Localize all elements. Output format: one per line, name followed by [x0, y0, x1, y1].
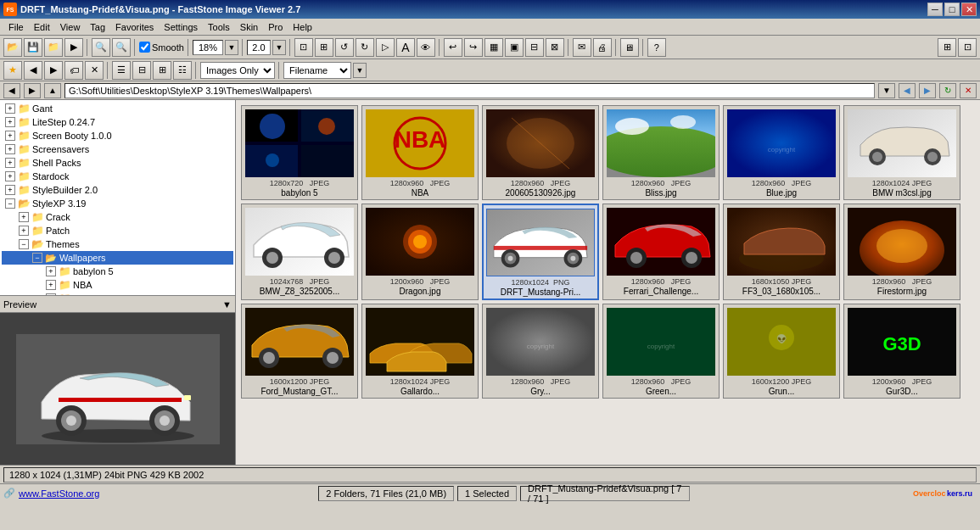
- thumb-ff3[interactable]: 1680x1050 JPEG FF3_03_1680x105...: [723, 204, 840, 300]
- menu-file[interactable]: File: [3, 20, 29, 34]
- menu-edit[interactable]: Edit: [29, 20, 55, 34]
- fullscreen-btn[interactable]: ⊡: [958, 38, 977, 57]
- thumb-small-btn[interactable]: ⊟: [132, 61, 151, 80]
- addr-delete[interactable]: ✕: [960, 83, 977, 98]
- expand-stardock[interactable]: +: [5, 171, 15, 181]
- tree-item-stylebuilder[interactable]: + 📁 StyleBuilder 2.0: [2, 183, 233, 197]
- sort-asc-btn[interactable]: ▼: [353, 63, 367, 78]
- wallpaper-btn[interactable]: 🖥: [620, 38, 639, 57]
- thumb-20060513[interactable]: 1280x960 JPEG 200605130926.jpg: [482, 105, 599, 200]
- search-button[interactable]: 🔍: [112, 38, 131, 57]
- tree-item-stardock[interactable]: + 📁 Stardock: [2, 170, 233, 183]
- del-btn[interactable]: ✕: [85, 61, 104, 80]
- compare-btn[interactable]: ⊟: [525, 38, 544, 57]
- thumb-bliss[interactable]: 1280x960 JPEG Bliss.jpg: [602, 105, 720, 200]
- menu-tools[interactable]: Tools: [203, 20, 235, 34]
- expand-stylexp[interactable]: −: [5, 198, 15, 209]
- next-star-btn[interactable]: ▶: [44, 61, 63, 80]
- tree-item-patch[interactable]: + 📁 Patch: [2, 224, 233, 237]
- thumb-bmwm3[interactable]: 1280x1024 JPEG BMW m3csl.jpg: [843, 105, 960, 200]
- address-input[interactable]: [64, 83, 875, 98]
- next-button[interactable]: ▶: [64, 38, 83, 57]
- thumb-ferrari[interactable]: 1280x960 JPEG Ferrari_Challenge...: [602, 204, 720, 300]
- histogram-btn[interactable]: ▦: [484, 38, 503, 57]
- addr-refresh[interactable]: ↻: [939, 83, 956, 98]
- filter-dropdown[interactable]: Images Only All Files: [200, 62, 275, 79]
- color-btn[interactable]: A: [396, 38, 415, 57]
- star-btn[interactable]: ★: [3, 61, 22, 80]
- expand-crack[interactable]: +: [19, 212, 29, 222]
- thumb-bmwz8[interactable]: 1024x768 JPEG BMW_Z8_3252005...: [241, 204, 358, 300]
- open-button[interactable]: 📂: [3, 38, 22, 57]
- preview-dropdown-icon[interactable]: ▼: [222, 299, 232, 310]
- tag-btn[interactable]: 🏷: [64, 61, 83, 80]
- open-dir-button[interactable]: 📁: [44, 38, 63, 57]
- addr-go-btn[interactable]: ▼: [878, 83, 895, 98]
- close-button[interactable]: ✕: [961, 3, 977, 16]
- slideshow-btn[interactable]: ▣: [505, 38, 524, 57]
- thumb-dragon[interactable]: 1200x960 JPEG Dragon.jpg: [361, 204, 479, 300]
- addr-nav-prev[interactable]: ◀: [899, 83, 916, 98]
- email-btn[interactable]: ✉: [573, 38, 591, 57]
- tree-item-screensavers[interactable]: + 📁 Screensavers: [2, 142, 233, 156]
- thumb-view-btn[interactable]: ⊞: [938, 38, 956, 57]
- expand-shellpacks[interactable]: +: [5, 158, 15, 168]
- thumb-gallardo[interactable]: 1280x1024 JPEG Gallardo...: [361, 304, 479, 399]
- save-button[interactable]: 💾: [24, 38, 42, 57]
- menu-settings[interactable]: Settings: [159, 20, 203, 34]
- zoom-in-btn[interactable]: 🔍: [92, 38, 110, 57]
- menu-view[interactable]: View: [55, 20, 86, 34]
- minimize-button[interactable]: ─: [927, 3, 943, 16]
- expand-stylebuilder[interactable]: +: [5, 185, 15, 195]
- thumb-large-btn[interactable]: ⊞: [153, 61, 171, 80]
- tree-item-stylexp[interactable]: − 📂 StyleXP 3.19: [2, 197, 233, 210]
- play-btn[interactable]: ▷: [376, 38, 395, 57]
- forward-btn[interactable]: ▶: [24, 83, 41, 98]
- thumb-firestorm[interactable]: 1280x960 JPEG Firestorm.jpg: [843, 204, 960, 300]
- thumb-grun[interactable]: 👽 1600x1200 JPEG Grun...: [723, 304, 840, 399]
- thumb-g3d[interactable]: G3D 1200x960 JPEG Gur3D...: [843, 304, 960, 399]
- tree-item-crack[interactable]: + 📁 Crack: [2, 210, 233, 224]
- tree-item-babylon5[interactable]: + 📁 babylon 5: [2, 265, 233, 278]
- tree-item-nba[interactable]: + 📁 NBA: [2, 278, 233, 292]
- thumb-blue[interactable]: copyright 1280x960 JPEG Blue.jpg: [723, 105, 840, 200]
- tree-item-screenbooty[interactable]: + 📁 Screen Booty 1.0.0: [2, 129, 233, 142]
- thumb-drft[interactable]: 1280x1024 PNG DRFT_Mustang-Pri...: [482, 204, 599, 300]
- zoom-input[interactable]: [193, 40, 223, 55]
- thumb-ford[interactable]: 1600x1200 JPEG Ford_Mustang_GT...: [241, 304, 358, 399]
- zoom-step-dropdown[interactable]: ▼: [272, 40, 286, 55]
- thumb-babylon5[interactable]: 1280x720 JPEG babylon 5: [241, 105, 358, 200]
- sort-dropdown[interactable]: Filename Date Size Type: [283, 62, 351, 79]
- menu-skin[interactable]: Skin: [235, 20, 263, 34]
- prev-star-btn[interactable]: ◀: [24, 61, 42, 80]
- smooth-checkbox[interactable]: [139, 42, 150, 53]
- actual-size-btn[interactable]: ⊞: [315, 38, 333, 57]
- tree-item-litestep[interactable]: + 📁 LiteStep 0.24.7: [2, 115, 233, 129]
- menu-tag[interactable]: Tag: [85, 20, 110, 34]
- undo-btn[interactable]: ↩: [444, 38, 462, 57]
- redo-btn[interactable]: ↪: [464, 38, 483, 57]
- help-btn[interactable]: ?: [647, 38, 666, 57]
- back-btn[interactable]: ◀: [3, 83, 20, 98]
- expand-screensavers[interactable]: +: [5, 144, 15, 154]
- expand-gant[interactable]: +: [5, 103, 15, 114]
- expand-babylon5[interactable]: +: [46, 266, 56, 276]
- tree-item-wallpapers[interactable]: − 📂 Wallpapers: [2, 251, 233, 265]
- thumbnail-panel[interactable]: 1280x720 JPEG babylon 5 NBA 1280x960 JPE…: [236, 100, 980, 465]
- rotate-r-btn[interactable]: ↻: [356, 38, 374, 57]
- tree-item-gant[interactable]: + 📁 Gant: [2, 102, 233, 115]
- expand-patch[interactable]: +: [19, 226, 29, 236]
- print-btn[interactable]: 🖨: [593, 38, 612, 57]
- menu-pro[interactable]: Pro: [263, 20, 288, 34]
- expand-litestep[interactable]: +: [5, 117, 15, 127]
- tree-item-shellpacks[interactable]: + 📁 Shell Packs: [2, 156, 233, 170]
- thumb-green[interactable]: copyright 1280x960 JPEG Green...: [602, 304, 720, 399]
- expand-nba[interactable]: +: [46, 280, 56, 290]
- detail-btn[interactable]: ☷: [173, 61, 192, 80]
- multi-btn[interactable]: ⊠: [546, 38, 564, 57]
- menu-favorites[interactable]: Favorites: [110, 20, 159, 34]
- up-btn[interactable]: ▲: [44, 83, 61, 98]
- zoom-step-input[interactable]: [247, 40, 271, 55]
- list-view-btn[interactable]: ☰: [112, 61, 131, 80]
- rotate-l-btn[interactable]: ↺: [335, 38, 354, 57]
